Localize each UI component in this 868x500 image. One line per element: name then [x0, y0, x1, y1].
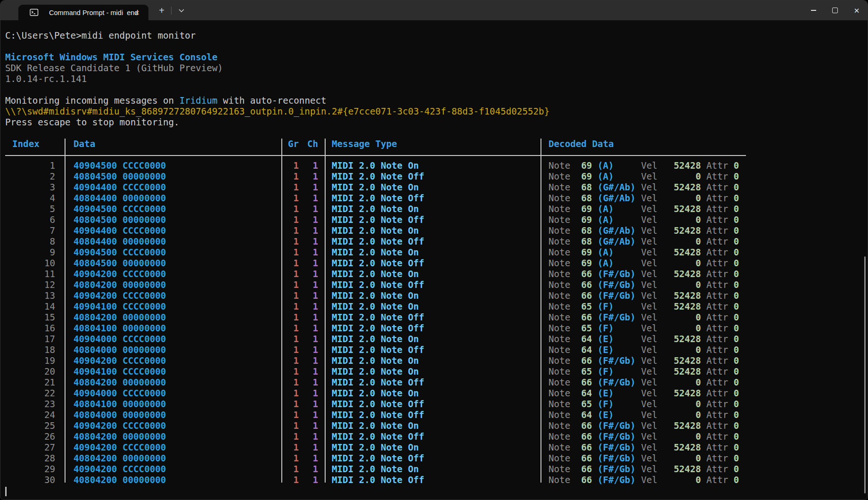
new-tab-button[interactable]: + — [155, 4, 168, 17]
cell-index: 29 — [5, 464, 65, 475]
column-rule-2 — [281, 139, 282, 483]
cell-message-type: MIDI 2.0 Note On — [325, 420, 540, 431]
cell-group-channel: 11 — [281, 171, 325, 182]
tab-dropdown-button[interactable] — [175, 4, 188, 17]
cell-index: 26 — [5, 431, 65, 442]
table-row: 24 40804000 00000000 11 MIDI 2.0 Note Of… — [5, 410, 868, 420]
table-row: 16 40804100 00000000 11 MIDI 2.0 Note Of… — [5, 323, 868, 334]
maximize-icon — [832, 8, 838, 13]
cell-decoded-data: Note 65 (F) Vel 0 Attr 0 — [540, 323, 746, 334]
cell-group-channel: 11 — [281, 193, 325, 204]
terminal-content: C:\Users\Pete>midi endpoint monitor Micr… — [0, 20, 868, 500]
cell-decoded-data: Note 66 (F#/Gb) Vel 0 Attr 0 — [540, 279, 746, 290]
cell-index: 1 — [5, 160, 65, 171]
table-row: 23 40804100 00000000 11 MIDI 2.0 Note Of… — [5, 399, 868, 410]
prompt-line: C:\Users\Pete>midi endpoint monitor — [5, 30, 868, 41]
cursor-line — [5, 485, 868, 496]
cell-index: 14 — [5, 301, 65, 312]
cell-decoded-data: Note 65 (F) Vel 52428 Attr 0 — [540, 301, 746, 312]
cell-message-type: MIDI 2.0 Note On — [325, 247, 540, 258]
cell-data: 40804200 00000000 — [65, 377, 281, 388]
cell-data: 40804400 00000000 — [65, 236, 281, 247]
cell-group-channel: 11 — [281, 301, 325, 312]
monitoring-suffix: with auto-reconnect — [218, 95, 327, 106]
cell-message-type: MIDI 2.0 Note On — [325, 182, 540, 193]
cell-message-type: MIDI 2.0 Note On — [325, 388, 540, 399]
cell-message-type: MIDI 2.0 Note Off — [325, 323, 540, 334]
cell-message-type: MIDI 2.0 Note Off — [325, 475, 540, 485]
maximize-button[interactable] — [824, 0, 846, 20]
cell-data: 40804200 00000000 — [65, 279, 281, 290]
cell-data: 40904100 CCCC0000 — [65, 301, 281, 312]
close-icon: ✕ — [854, 7, 860, 14]
cell-decoded-data: Note 68 (G#/Ab) Vel 52428 Attr 0 — [540, 182, 746, 193]
cell-data: 40904400 CCCC0000 — [65, 182, 281, 193]
cell-group-channel: 11 — [281, 225, 325, 236]
cell-index: 12 — [5, 279, 65, 290]
cell-group-channel: 11 — [281, 160, 325, 171]
cell-index: 6 — [5, 214, 65, 225]
cell-decoded-data: Note 68 (G#/Ab) Vel 52428 Attr 0 — [540, 225, 746, 236]
cell-message-type: MIDI 2.0 Note On — [325, 301, 540, 312]
cell-group-channel: 11 — [281, 279, 325, 290]
cell-message-type: MIDI 2.0 Note On — [325, 366, 540, 377]
cell-index: 20 — [5, 366, 65, 377]
sdk-release-line: SDK Release Candidate 1 (GitHub Preview) — [5, 63, 868, 74]
table-row: 7 40904400 CCCC0000 11 MIDI 2.0 Note On … — [5, 225, 868, 236]
escape-hint-line: Press escape to stop monitoring. — [5, 117, 868, 128]
cell-decoded-data: Note 66 (F#/Gb) Vel 0 Attr 0 — [540, 377, 746, 388]
cell-decoded-data: Note 64 (E) Vel 52428 Attr 0 — [540, 334, 746, 344]
cell-data: 40904200 CCCC0000 — [65, 464, 281, 475]
header-message-type: Message Type — [325, 139, 540, 149]
cell-index: 22 — [5, 388, 65, 399]
cell-message-type: MIDI 2.0 Note Off — [325, 344, 540, 355]
table-row: 27 40904200 CCCC0000 11 MIDI 2.0 Note On… — [5, 442, 868, 453]
cell-decoded-data: Note 65 (F) Vel 52428 Attr 0 — [540, 366, 746, 377]
table-row: 10 40804500 00000000 11 MIDI 2.0 Note Of… — [5, 258, 868, 269]
scrollbar-thumb[interactable] — [864, 256, 866, 493]
cell-index: 24 — [5, 410, 65, 420]
cell-index: 19 — [5, 355, 65, 366]
cell-group-channel: 11 — [281, 258, 325, 269]
cell-index: 9 — [5, 247, 65, 258]
cell-index: 13 — [5, 290, 65, 301]
cell-index: 28 — [5, 453, 65, 464]
table-row: 30 40804200 00000000 11 MIDI 2.0 Note Of… — [5, 475, 868, 485]
cell-index: 25 — [5, 420, 65, 431]
cell-decoded-data: Note 64 (E) Vel 0 Attr 0 — [540, 344, 746, 355]
cell-group-channel: 11 — [281, 290, 325, 301]
table-row: 5 40904500 CCCC0000 11 MIDI 2.0 Note On … — [5, 204, 868, 214]
cell-index: 4 — [5, 193, 65, 204]
tab-command-prompt[interactable]: Command Prompt - midi end ✕ — [18, 5, 148, 20]
tab-close-icon[interactable]: ✕ — [132, 8, 142, 17]
cell-group-channel: 11 — [281, 442, 325, 453]
minimize-button[interactable] — [802, 0, 824, 20]
cell-decoded-data: Note 65 (F) Vel 0 Attr 0 — [540, 399, 746, 410]
table-row: 29 40904200 CCCC0000 11 MIDI 2.0 Note On… — [5, 464, 868, 475]
cell-group-channel: 11 — [281, 204, 325, 214]
cell-decoded-data: Note 64 (E) Vel 0 Attr 0 — [540, 410, 746, 420]
cell-index: 27 — [5, 442, 65, 453]
cell-group-channel: 11 — [281, 464, 325, 475]
table-row: 20 40904100 CCCC0000 11 MIDI 2.0 Note On… — [5, 366, 868, 377]
table-row: 12 40804200 00000000 11 MIDI 2.0 Note Of… — [5, 279, 868, 290]
endpoint-id-line: \\?\swd#midisrv#midiu_ks_868972728076492… — [5, 106, 868, 117]
cell-message-type: MIDI 2.0 Note Off — [325, 258, 540, 269]
table-row: 21 40804200 00000000 11 MIDI 2.0 Note Of… — [5, 377, 868, 388]
tab-strip-divider — [171, 7, 172, 15]
close-button[interactable]: ✕ — [846, 0, 868, 20]
cell-data: 40904400 CCCC0000 — [65, 225, 281, 236]
cell-index: 17 — [5, 334, 65, 344]
cell-data: 40804000 00000000 — [65, 410, 281, 420]
cell-index: 11 — [5, 269, 65, 279]
cell-decoded-data: Note 68 (G#/Ab) Vel 0 Attr 0 — [540, 236, 746, 247]
table-row: 2 40804500 00000000 11 MIDI 2.0 Note Off… — [5, 171, 868, 182]
cell-group-channel: 11 — [281, 334, 325, 344]
cell-data: 40804000 00000000 — [65, 344, 281, 355]
blank-line — [5, 84, 868, 95]
cell-data: 40804200 00000000 — [65, 453, 281, 464]
cell-index: 2 — [5, 171, 65, 182]
cell-decoded-data: Note 66 (F#/Gb) Vel 52428 Attr 0 — [540, 290, 746, 301]
cell-group-channel: 11 — [281, 269, 325, 279]
blank-line — [5, 128, 868, 139]
